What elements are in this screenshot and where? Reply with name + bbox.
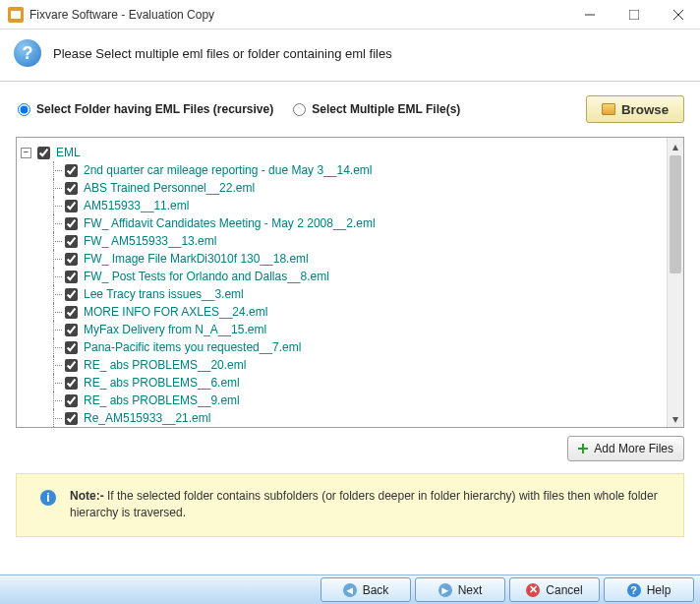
back-button[interactable]: ◄ Back xyxy=(321,577,411,602)
tree-file-checkbox[interactable] xyxy=(65,253,78,266)
browse-button[interactable]: Browse xyxy=(586,95,684,123)
tree-file-checkbox[interactable] xyxy=(65,288,78,301)
tree-connector xyxy=(48,303,59,321)
tree-file-label: FW_ Post Tests for Orlando and Dallas__8… xyxy=(84,270,329,283)
tree-file-label: FW_ AM515933__13.eml xyxy=(84,234,216,248)
close-button[interactable] xyxy=(656,0,700,30)
vertical-scrollbar[interactable]: ▴ ▾ xyxy=(667,138,683,427)
tree-file-label: FW_ Image File MarkDi3010f 130__18.eml xyxy=(84,252,309,266)
tree-file-label: 2nd quarter car mileage reporting - due … xyxy=(84,163,373,177)
cancel-button-label: Cancel xyxy=(546,583,582,597)
tree-file-checkbox[interactable] xyxy=(65,182,78,195)
tree-root-checkbox[interactable] xyxy=(37,147,50,159)
tree-file-label: RE_ abs PROBLEMS__20.eml xyxy=(84,358,246,372)
window-title: Fixvare Software - Evaluation Copy xyxy=(29,8,567,22)
radio-select-folder[interactable]: Select Folder having EML Files (recursiv… xyxy=(18,102,273,116)
tree-file-checkbox[interactable] xyxy=(65,200,78,212)
tree-connector xyxy=(48,321,59,338)
tree-file-label: RE_ abs PROBLEMS__9.eml xyxy=(84,393,240,407)
tree-file-label: Re_AM515933__21.eml xyxy=(84,411,210,425)
radio-select-files-input[interactable] xyxy=(293,103,306,116)
tree-connector xyxy=(48,214,59,232)
scroll-down-icon[interactable]: ▾ xyxy=(668,410,683,427)
tree-file-checkbox[interactable] xyxy=(65,306,78,319)
tree-file-row[interactable]: Pana-Pacific items you requested__7.eml xyxy=(48,338,663,356)
tree-file-row[interactable]: MORE INFO FOR AXLES__24.eml xyxy=(48,303,663,321)
tree-file-label: Lee Tracy trans issues__3.eml xyxy=(84,287,244,301)
tree-connector xyxy=(48,374,59,392)
tree-connector xyxy=(48,409,59,427)
tree-file-checkbox[interactable] xyxy=(65,217,78,230)
help-icon: ? xyxy=(627,583,641,597)
tree-file-row[interactable]: FW_ Affidavit Candidates Meeting - May 2… xyxy=(48,214,663,232)
next-button-label: Next xyxy=(458,583,483,597)
tree-file-row[interactable]: 2nd quarter car mileage reporting - due … xyxy=(48,161,663,179)
tree-file-row[interactable]: ABS Trained Personnel__22.eml xyxy=(48,179,663,197)
tree-file-label: MyFax Delivery from N_A__15.eml xyxy=(84,323,266,336)
tree-file-checkbox[interactable] xyxy=(65,394,78,407)
add-more-files-label: Add More Files xyxy=(594,442,673,455)
radio-select-folder-input[interactable] xyxy=(18,103,30,116)
tree-file-row[interactable]: AM515933__11.eml xyxy=(48,197,663,214)
collapse-icon[interactable]: − xyxy=(21,148,31,158)
tree-file-row[interactable]: FW_ Image File MarkDi3010f 130__18.eml xyxy=(48,250,663,268)
tree-root-label: EML xyxy=(56,146,81,159)
tree-connector xyxy=(48,179,59,197)
maximize-button[interactable] xyxy=(612,0,656,30)
tree-file-checkbox[interactable] xyxy=(65,324,78,336)
instruction-bar: ? Please Select multiple eml files or fo… xyxy=(0,30,700,82)
scrollbar-thumb[interactable] xyxy=(670,155,681,273)
tree-connector xyxy=(48,250,59,268)
tree-file-checkbox[interactable] xyxy=(65,377,78,390)
plus-icon xyxy=(578,444,588,453)
note-text: Note:- If the selected folder contains s… xyxy=(70,488,670,522)
tree-file-row[interactable]: RE_ abs PROBLEMS__20.eml xyxy=(48,356,663,374)
scroll-up-icon[interactable]: ▴ xyxy=(668,138,683,154)
window-controls xyxy=(567,0,700,30)
tree-file-row[interactable]: Re_AM515933__21.eml xyxy=(48,409,663,427)
tree-file-row[interactable]: FW_ Post Tests for Orlando and Dallas__8… xyxy=(48,268,663,285)
add-files-row: Add More Files xyxy=(0,428,700,461)
tree-connector xyxy=(48,392,59,409)
tree-file-label: FW_ Affidavit Candidates Meeting - May 2… xyxy=(84,216,376,230)
browse-button-label: Browse xyxy=(621,102,669,117)
titlebar: Fixvare Software - Evaluation Copy xyxy=(0,0,700,30)
tree-file-row[interactable]: Lee Tracy trans issues__3.eml xyxy=(48,285,663,303)
note-body: If the selected folder contains subfolde… xyxy=(70,489,658,519)
tree-file-label: Pana-Pacific items you requested__7.eml xyxy=(84,340,301,354)
cancel-button[interactable]: ✕ Cancel xyxy=(509,577,600,602)
tree-file-checkbox[interactable] xyxy=(65,359,78,372)
tree-file-label: MORE INFO FOR AXLES__24.eml xyxy=(84,305,267,319)
note-panel: i Note:- If the selected folder contains… xyxy=(16,473,684,537)
tree-connector xyxy=(48,197,59,214)
tree-root-row[interactable]: − EML xyxy=(21,144,663,161)
back-button-label: Back xyxy=(363,583,389,597)
tree-file-row[interactable]: RE_ abs PROBLEMS__9.eml xyxy=(48,392,663,409)
tree-file-row[interactable]: RE_ abs PROBLEMS__6.eml xyxy=(48,374,663,392)
tree-file-checkbox[interactable] xyxy=(65,235,78,248)
tree-connector xyxy=(48,268,59,285)
tree-file-label: AM515933__11.eml xyxy=(84,199,189,212)
tree-connector xyxy=(48,356,59,374)
next-button[interactable]: ► Next xyxy=(415,577,505,602)
footer-bar: ◄ Back ► Next ✕ Cancel ? Help xyxy=(0,574,700,604)
tree-file-label: RE_ abs PROBLEMS__6.eml xyxy=(84,376,240,390)
folder-icon xyxy=(602,103,615,115)
info-icon: i xyxy=(40,490,56,506)
add-more-files-button[interactable]: Add More Files xyxy=(567,436,684,461)
tree-connector xyxy=(48,285,59,303)
radio-select-files[interactable]: Select Multiple EML File(s) xyxy=(293,102,460,116)
tree-file-checkbox[interactable] xyxy=(65,341,78,354)
tree-file-checkbox[interactable] xyxy=(65,271,78,283)
question-icon: ? xyxy=(14,39,41,67)
tree-file-checkbox[interactable] xyxy=(65,412,78,425)
file-tree-panel: − EML 2nd quarter car mileage reporting … xyxy=(16,137,684,428)
help-button[interactable]: ? Help xyxy=(604,577,694,602)
cancel-icon: ✕ xyxy=(526,583,540,597)
file-tree[interactable]: − EML 2nd quarter car mileage reporting … xyxy=(17,138,667,427)
minimize-button[interactable] xyxy=(567,0,612,30)
tree-file-checkbox[interactable] xyxy=(65,164,78,177)
tree-file-row[interactable]: MyFax Delivery from N_A__15.eml xyxy=(48,321,663,338)
tree-file-row[interactable]: FW_ AM515933__13.eml xyxy=(48,232,663,250)
tree-connector xyxy=(48,161,59,179)
